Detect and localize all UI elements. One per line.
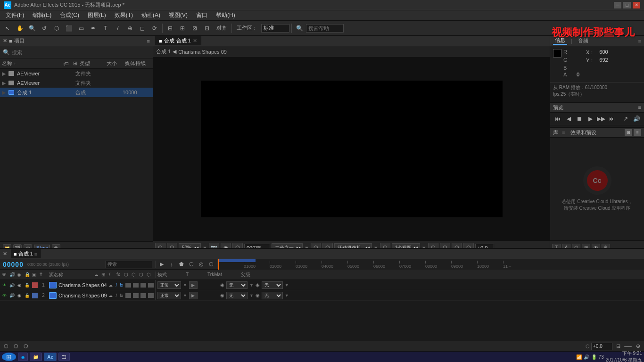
preview-first[interactable]: ⏮ — [553, 115, 562, 123]
list-item[interactable]: ▶ AEViewer 文件夹 — [0, 69, 153, 78]
timeline-ruler[interactable]: 01000 02000 03000 04000 05000 06000 0700… — [218, 259, 644, 270]
comp-tab-close[interactable]: ✕ — [193, 38, 197, 44]
layer-2-vis[interactable]: 👁 — [1, 292, 8, 299]
tl-tool-3[interactable]: ⬟ — [177, 260, 186, 269]
layer-1-color[interactable] — [32, 282, 38, 288]
project-menu-icon[interactable]: ≡ — [147, 38, 150, 44]
menu-file[interactable]: 文件(F) — [2, 10, 28, 20]
layer-2-audio[interactable]: 🔊 — [8, 292, 15, 299]
maximize-button[interactable]: □ — [623, 2, 631, 8]
preview-last[interactable]: ⏭ — [607, 115, 617, 123]
layer-2-lock[interactable]: 🔒 — [24, 292, 30, 299]
layer-1-audio[interactable]: 🔊 — [8, 282, 15, 288]
tl-tool-6[interactable]: ⬡ — [207, 260, 215, 269]
layer-2-trk-btn[interactable]: ▶ — [189, 292, 198, 299]
search-help-icon[interactable]: 🔍 — [294, 23, 305, 34]
effects-grid-view[interactable]: ⊞ — [625, 129, 632, 136]
tool-puppet[interactable]: ⟳ — [149, 23, 160, 34]
tl-zoom-in[interactable]: ⊕ — [634, 342, 642, 351]
tool-distribute[interactable]: ⊠ — [189, 23, 200, 34]
search-help-input[interactable] — [306, 24, 344, 33]
tool-brush[interactable]: / — [112, 23, 124, 34]
workspace-input[interactable] — [261, 24, 289, 33]
menu-animation[interactable]: 动画(A) — [138, 10, 164, 20]
layer-2-color[interactable] — [32, 293, 38, 298]
timeline-layer-1[interactable]: 👁 🔊 ◉ 🔒 1 Charisma Shapes 04 ☁ / fx — [0, 280, 644, 290]
layer-1-shy[interactable]: ☁ — [107, 283, 114, 288]
project-panel-close[interactable]: ✕ — [3, 38, 7, 44]
tool-pan[interactable]: ⬛ — [63, 23, 74, 34]
comp-tab-main[interactable]: ■ 合成 合成 1 ✕ — [155, 36, 201, 45]
menu-view[interactable]: 视图(V) — [165, 10, 191, 20]
taskbar-explorer[interactable]: 📁 — [30, 353, 42, 361]
tool-zoom[interactable]: 🔍 — [26, 23, 38, 34]
tool-hand[interactable]: ✋ — [14, 23, 25, 34]
list-item[interactable]: ▶ 合成 1 合成 10000 — [0, 88, 153, 97]
layer-2-mode[interactable]: 正常 — [157, 292, 181, 299]
menu-effect[interactable]: 效果(T) — [111, 10, 137, 20]
effects-list-view[interactable]: ≡ — [634, 129, 641, 136]
tl-tool-2[interactable]: ↕ — [167, 260, 176, 269]
layer-1-solo[interactable]: ◉ — [16, 282, 23, 288]
list-item[interactable]: ▶ AEViewer 文件夹 — [0, 78, 153, 88]
tl-tool-1[interactable]: ▶ — [157, 260, 166, 269]
taskbar-ae[interactable]: Ae — [44, 353, 57, 361]
start-button[interactable]: ⊞ — [2, 353, 16, 361]
timeline-tab-comp1[interactable]: ■ 合成 1 ≡ — [11, 249, 41, 258]
timeline-layer-2[interactable]: 👁 🔊 ◉ 🔒 2 Charisma Shapes 09 ☁ / fx — [0, 290, 644, 301]
tl-zoom-out[interactable]: ⊟ — [614, 342, 622, 351]
layer-1-vis[interactable]: 👁 — [1, 282, 8, 288]
layer-1-fx2[interactable]: fx — [119, 283, 124, 288]
tool-rect[interactable]: ▭ — [75, 23, 87, 34]
taskbar-window[interactable]: 🗔 — [58, 353, 70, 361]
preview-prev[interactable]: ◀ — [564, 115, 573, 123]
tool-align-right[interactable]: ⊞ — [177, 23, 188, 34]
layer-1-trkmat[interactable]: 无 — [226, 281, 248, 289]
layer-2-fx[interactable]: / — [115, 293, 118, 298]
layer-1-trk-btn[interactable]: ▶ — [189, 281, 198, 289]
tool-camera[interactable]: ⬡ — [51, 23, 62, 34]
info-menu-icon[interactable]: ≡ — [638, 38, 641, 44]
tool-pen[interactable]: ✒ — [88, 23, 99, 34]
taskbar-ie[interactable]: e — [18, 353, 28, 361]
timeline-playhead[interactable] — [218, 259, 219, 270]
layer-2-trkmat[interactable]: 无 — [226, 292, 248, 299]
layer-2-solo[interactable]: ◉ — [16, 292, 23, 299]
menu-window[interactable]: 窗口 — [192, 10, 211, 20]
tool-align-left[interactable]: ⊟ — [165, 23, 176, 34]
close-button[interactable]: ✕ — [633, 2, 640, 8]
tl-bottom-2[interactable]: ⬡ — [12, 342, 20, 351]
menu-layer[interactable]: 图层(L) — [84, 10, 110, 20]
menu-help[interactable]: 帮助(H) — [212, 10, 239, 20]
preview-menu-icon[interactable]: ≡ — [638, 105, 641, 110]
layer-1-parent[interactable]: 无 — [262, 281, 283, 289]
tl-bottom-3[interactable]: ⬡ — [22, 342, 30, 351]
breadcrumb-comp[interactable]: 合成 1 — [156, 48, 171, 55]
preview-stop[interactable]: ⏹ — [575, 115, 584, 123]
layer-1-fx[interactable]: / — [115, 283, 118, 288]
menu-edit[interactable]: 编辑(E) — [29, 10, 55, 20]
preview-ram-render[interactable]: ↗ — [621, 115, 630, 123]
layer-2-fx2[interactable]: fx — [119, 293, 124, 298]
tool-clone[interactable]: ⊕ — [124, 23, 136, 34]
minimize-button[interactable]: ─ — [614, 2, 621, 8]
preview-audio[interactable]: 🔊 — [632, 115, 641, 123]
tl-offset-input[interactable] — [591, 343, 612, 350]
expand-icon-2[interactable]: ▶ — [2, 80, 8, 86]
tl-time-display[interactable]: 00000 — [3, 261, 24, 268]
tl-tool-4[interactable]: ⬡ — [187, 260, 196, 269]
timeline-panel-close[interactable]: ✕ — [3, 251, 7, 257]
tl-tool-5[interactable]: ◎ — [197, 260, 206, 269]
preview-play[interactable]: ▶ — [586, 115, 595, 123]
layer-1-lock[interactable]: 🔒 — [24, 282, 30, 288]
tool-select[interactable]: ↖ — [2, 23, 13, 34]
tl-zoom-slider[interactable]: ── — [624, 342, 632, 351]
timeline-search-input[interactable] — [105, 261, 152, 268]
layer-2-shy[interactable]: ☁ — [107, 293, 114, 298]
preview-next[interactable]: ▶▶ — [596, 115, 606, 123]
tool-text[interactable]: T — [100, 23, 111, 34]
tool-distribute2[interactable]: ⊡ — [201, 23, 213, 34]
info-tab[interactable]: 信息 — [553, 37, 567, 45]
layer-1-mode[interactable]: 正常 — [157, 281, 181, 289]
tool-eraser[interactable]: ◻ — [137, 23, 148, 34]
